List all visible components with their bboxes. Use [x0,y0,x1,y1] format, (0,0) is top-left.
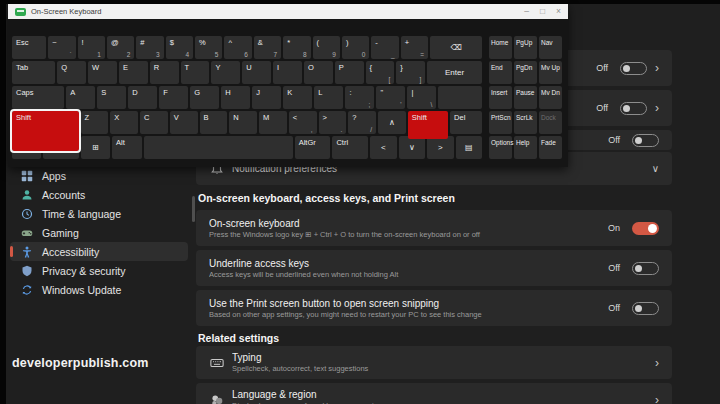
related-card-typing[interactable]: TypingSpellcheck, autocorrect, text sugg… [196,346,672,379]
key-end[interactable]: End [489,61,512,84]
key-arrow-right[interactable]: > [427,136,453,159]
key-a[interactable]: A [66,86,95,109]
sidebar-item-gaming[interactable]: Gaming [10,223,188,242]
key-1[interactable]: !1 [78,36,105,59]
key-g[interactable]: G [190,86,219,109]
key-minus[interactable]: -_ [371,36,398,59]
setting-card-underline-access-keys[interactable]: Underline access keysAccess keys will be… [196,250,672,286]
minimize-button[interactable]: – [524,7,529,16]
key-mv-dn[interactable]: Mv Dn [539,86,562,109]
key-home[interactable]: Home [489,36,512,59]
setting-card-on-screen-keyboard[interactable]: On-screen keyboardPress the Windows logo… [196,210,672,246]
sidebar-item-privacy-security[interactable]: Privacy & security [10,261,188,280]
key-s[interactable]: S [97,86,126,109]
key-right-bracket[interactable]: }] [396,61,425,84]
key-pgdn[interactable]: PgDn [514,61,537,84]
setting-card-use-the-print-screen-button-to-open-screen-snipping[interactable]: Use the Print screen button to open scre… [196,290,672,326]
key-scrlk[interactable]: ScrLk [514,111,537,134]
key-4[interactable]: $4 [166,36,193,59]
key-b[interactable]: B [200,111,228,134]
toggle-switch[interactable] [620,62,647,75]
key-q[interactable]: Q [57,61,86,84]
key-5[interactable]: %5 [195,36,222,59]
sidebar-item-windows-update[interactable]: Windows Update [10,280,188,299]
key-arrow-down[interactable]: ∨ [399,136,425,159]
key-quote[interactable]: "' [376,86,405,109]
key-plus[interactable]: += [401,36,428,59]
toggle-switch[interactable] [620,102,647,115]
key-tab[interactable]: Tab [12,61,55,84]
key-slash[interactable]: ?/ [348,111,376,134]
key-windows[interactable]: ⊞ [81,136,110,159]
toggle-switch[interactable] [632,134,659,147]
key-x[interactable]: X [110,111,138,134]
key-help[interactable]: Help [514,136,537,159]
key-r[interactable]: R [150,61,179,84]
maximize-button[interactable]: □ [540,7,545,16]
key-enter-lower[interactable] [438,86,482,109]
key-2[interactable]: @2 [107,36,134,59]
key-caps[interactable]: Caps [12,86,64,109]
key-c[interactable]: C [140,111,168,134]
key-f[interactable]: F [159,86,188,109]
key-0[interactable]: )0 [342,36,369,59]
key-k[interactable]: K [283,86,312,109]
key-shift-left[interactable]: Shift [12,111,79,151]
key-h[interactable]: H [221,86,250,109]
key-comma[interactable]: <, [289,111,317,134]
key-p[interactable]: P [335,61,364,84]
key-nav[interactable]: Nav [539,36,562,59]
key-ctrl-right[interactable]: Ctrl [332,136,368,159]
key-7[interactable]: &7 [254,36,281,59]
key-v[interactable]: V [170,111,198,134]
key-i[interactable]: I [273,61,302,84]
key-m[interactable]: M [259,111,287,134]
key-l[interactable]: L [314,86,343,109]
key-tilde[interactable]: ~` [48,36,75,59]
key-arrow-up[interactable]: ∧ [378,111,406,134]
key-z[interactable]: Z [81,111,109,134]
osk-titlebar[interactable]: On-Screen Keyboard – □ × [8,4,568,19]
key-3[interactable]: #3 [136,36,163,59]
sidebar-item-accessibility[interactable]: Accessibility [10,242,188,261]
key-fade[interactable]: Fade [539,136,562,159]
key-dock[interactable]: Dock [539,111,562,134]
key-o[interactable]: O [304,61,333,84]
key-esc[interactable]: Esc [12,36,46,59]
key-left-bracket[interactable]: {[ [366,61,395,84]
key-prtscn[interactable]: PrtScn [489,111,512,134]
key-d[interactable]: D [128,86,157,109]
key-enter[interactable]: Enter [427,61,482,84]
key-period[interactable]: >. [319,111,347,134]
key-9[interactable]: (9 [313,36,340,59]
key-insert[interactable]: Insert [489,86,512,109]
key-shift-right[interactable]: Shift [408,111,448,139]
close-button[interactable]: × [556,7,561,16]
key-pgup[interactable]: PgUp [514,36,537,59]
key-backspace[interactable]: ⌫ [430,36,482,59]
key-pause[interactable]: Pause [514,86,537,109]
key-6[interactable]: ^6 [224,36,251,59]
key-mv-up[interactable]: Mv Up [539,61,562,84]
key-space[interactable] [144,136,292,159]
related-card-language-region[interactable]: Language & regionDisplay language, prefe… [196,383,672,404]
key-arrow-left[interactable]: < [370,136,396,159]
key-n[interactable]: N [229,111,257,134]
key-semicolon[interactable]: :; [345,86,374,109]
key-8[interactable]: *8 [283,36,310,59]
sidebar-item-accounts[interactable]: Accounts [10,185,188,204]
key-t[interactable]: T [181,61,210,84]
key-del[interactable]: Del [450,111,482,134]
key-e[interactable]: E [119,61,148,84]
key-j[interactable]: J [252,86,281,109]
key-options[interactable]: Options [489,136,512,159]
toggle-switch[interactable] [632,262,659,275]
toggle-switch[interactable] [632,222,659,235]
key-w[interactable]: W [88,61,117,84]
sidebar-scrollbar[interactable] [192,196,195,222]
key-altgr[interactable]: AltGr [295,136,331,159]
toggle-switch[interactable] [632,302,659,315]
key-y[interactable]: Y [211,61,240,84]
sidebar-item-apps[interactable]: Apps [10,166,188,185]
key-backslash[interactable]: |\ [407,86,436,109]
